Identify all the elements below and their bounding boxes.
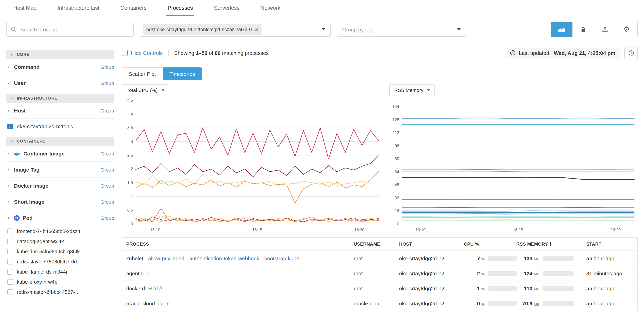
tab-host-map[interactable]: Host Map <box>3 0 47 16</box>
rss-unit: MB <box>534 257 540 261</box>
tab-network[interactable]: Network <box>250 0 291 16</box>
facet-pod[interactable]: ▾ Pod Group <box>6 210 114 226</box>
checkbox-icon[interactable] <box>7 289 13 295</box>
refresh-interval-button[interactable] <box>624 46 638 59</box>
export-button[interactable] <box>594 22 616 37</box>
section-infrastructure[interactable]: ▾ INFRASTRUCTURE <box>6 94 114 103</box>
rss-bar <box>543 271 574 276</box>
pod-filter-item[interactable]: kube-proxy-hrw4p <box>6 277 114 287</box>
checkbox-icon[interactable] <box>7 279 13 285</box>
area-chart-icon <box>558 26 566 32</box>
tab-serverless[interactable]: Serverless <box>204 0 250 16</box>
tab-processes[interactable]: Processes <box>157 0 204 16</box>
cpu-value: 1 <box>464 285 480 291</box>
rss-value: 133 <box>516 255 532 261</box>
group-by-user-link[interactable]: Group <box>100 80 114 86</box>
table-row[interactable]: agent run root oke-crtaytdgq2d-n2… 2 % 1… <box>122 266 637 281</box>
group-by-pod-link[interactable]: Group <box>100 215 114 221</box>
cpu-metric-dropdown[interactable]: Total CPU (%) <box>122 84 169 96</box>
section-containers[interactable]: ▾ CONTAINERS <box>6 137 114 146</box>
pod-filter-item[interactable]: redis-master-6fbbc44567-… <box>6 287 114 297</box>
facet-container-image[interactable]: ▸ Container Image Group <box>6 146 114 162</box>
facet-short-image[interactable]: ▸ Short Image Group <box>6 194 114 210</box>
chevron-down-icon: ▾ <box>10 139 14 144</box>
col-cpu[interactable]: CPU % <box>460 241 512 247</box>
svg-text:16:10: 16:10 <box>150 228 160 232</box>
search-process-input[interactable] <box>20 26 129 33</box>
checkbox-icon[interactable] <box>7 269 13 275</box>
start-cell: 31 minutes ago <box>582 270 637 276</box>
table-row[interactable]: oracle-cloud-agent oracle-clou… oke-crta… <box>122 296 637 311</box>
group-by-container-image-link[interactable]: Group <box>100 151 114 156</box>
group-by-host-link[interactable]: Group <box>100 108 114 113</box>
hide-controls-link[interactable]: ◂ Hide Controls <box>122 50 163 56</box>
pod-label: redis-master-6fbbc44567-… <box>17 289 80 295</box>
checkbox-icon[interactable] <box>7 259 13 264</box>
host-cell: oke-crtaytdgq2d-n2… <box>395 270 460 276</box>
col-process[interactable]: PROCESS <box>122 241 350 247</box>
pod-label: kube-flannel-ds-m944r <box>17 269 68 275</box>
process-cell[interactable]: dockerd -H fd:// <box>122 285 350 291</box>
process-cell[interactable]: agent run <box>122 270 350 276</box>
process-name: kubelet <box>126 255 143 261</box>
tab-containers[interactable]: Containers <box>110 0 157 16</box>
facet-user[interactable]: ▸ User Group <box>6 75 114 91</box>
group-by-short-image-link[interactable]: Group <box>100 199 114 205</box>
col-username[interactable]: USERNAME <box>350 241 395 247</box>
svg-text:16:15: 16:15 <box>252 228 262 232</box>
svg-text:64: 64 <box>394 170 399 174</box>
cpu-cell: 1 % <box>460 285 512 291</box>
pod-filter-item[interactable]: frontend-74b4665db5-xdsz4 <box>6 226 114 236</box>
host-filter-item[interactable]: ✓ oke-crtaytdgq2d-n2tonlc… <box>6 119 114 134</box>
col-host[interactable]: HOST <box>395 241 460 247</box>
facet-sidebar: ▾ CORE ▸ Command Group ▸ User Group ▾ IN… <box>0 42 119 297</box>
checkbox-icon[interactable] <box>7 249 13 254</box>
memory-timeseries-chart[interactable]: 016324864809611212814416:1016:1516:20 <box>389 98 638 234</box>
cpu-unit: % <box>481 302 485 306</box>
timeseries-tab[interactable]: Timeseries <box>162 67 202 80</box>
process-cell[interactable]: oracle-cloud-agent <box>122 301 350 307</box>
facet-docker-image[interactable]: ▸ Docker Image Group <box>6 178 114 194</box>
facet-image-tag[interactable]: ▸ Image Tag Group <box>6 162 114 178</box>
pod-filter-item[interactable]: kube-dns-5cf5d899cb-g86tk <box>6 246 114 256</box>
settings-button[interactable]: ⚙ <box>616 22 638 37</box>
remove-filter-icon[interactable]: × <box>255 27 258 32</box>
section-core[interactable]: ▾ CORE <box>6 50 114 59</box>
pod-filter-item[interactable]: kube-flannel-ds-m944r <box>6 267 114 277</box>
group-by-image-tag-link[interactable]: Group <box>100 167 114 172</box>
scatter-plot-tab[interactable]: Scatter Plot <box>122 67 163 80</box>
memory-metric-dropdown[interactable]: RSS Memory <box>389 84 435 96</box>
cpu-timeseries-chart[interactable]: 00.511.522.533.544.516:1016:1516:20 <box>122 98 382 234</box>
group-by-docker-image-link[interactable]: Group <box>100 183 114 188</box>
table-row[interactable]: kubelet --allow-privileged --authenticat… <box>122 251 637 266</box>
host-filter-pill[interactable]: host:oke-crtaytdgq2d-n2tonlcmq2t-sczazi2… <box>143 24 262 35</box>
facet-command[interactable]: ▸ Command Group <box>6 59 114 75</box>
tab-infrastructure-list[interactable]: Infrastructure List <box>47 0 110 16</box>
facet-short-image-label: Short Image <box>14 199 44 205</box>
rss-bar <box>543 301 574 306</box>
pod-filter-item[interactable]: datadog-agent-wxl4x <box>6 236 114 246</box>
checkbox-icon[interactable] <box>7 238 13 244</box>
sort-desc-icon: ↓ <box>549 241 552 247</box>
history-clock-icon <box>628 50 634 56</box>
lock-button[interactable] <box>572 22 594 37</box>
group-by-command-link[interactable]: Group <box>100 64 114 70</box>
search-process-box[interactable] <box>6 22 134 37</box>
pod-filter-item[interactable]: redis-slave-77878dfc67-6d… <box>6 256 114 267</box>
table-row[interactable]: dockerd -H fd:// root oke-crtaytdgq2d-n2… <box>122 281 637 296</box>
rss-value: 110 <box>516 285 532 291</box>
facet-host[interactable]: ▾ Host Group <box>6 103 114 119</box>
group-by-tag-dropdown[interactable]: Group by tag <box>337 22 466 37</box>
svg-text:16:15: 16:15 <box>513 228 523 232</box>
checkbox-icon[interactable] <box>7 228 13 234</box>
host-filter-dropdown[interactable]: host:oke-crtaytdgq2d-n2tonlcmq2t-sczazi2… <box>140 22 330 37</box>
col-rss-memory[interactable]: RSS MEMORY↓ <box>512 241 582 247</box>
svg-text:80: 80 <box>394 156 399 161</box>
chart-view-button[interactable] <box>550 22 573 37</box>
checkbox-checked-icon[interactable]: ✓ <box>7 124 13 129</box>
facet-docker-image-label: Docker Image <box>14 183 48 189</box>
facet-host-label: Host <box>14 108 26 114</box>
chevron-down-icon <box>457 28 461 30</box>
col-start[interactable]: START <box>582 241 637 247</box>
process-cell[interactable]: kubelet --allow-privileged --authenticat… <box>122 255 350 261</box>
